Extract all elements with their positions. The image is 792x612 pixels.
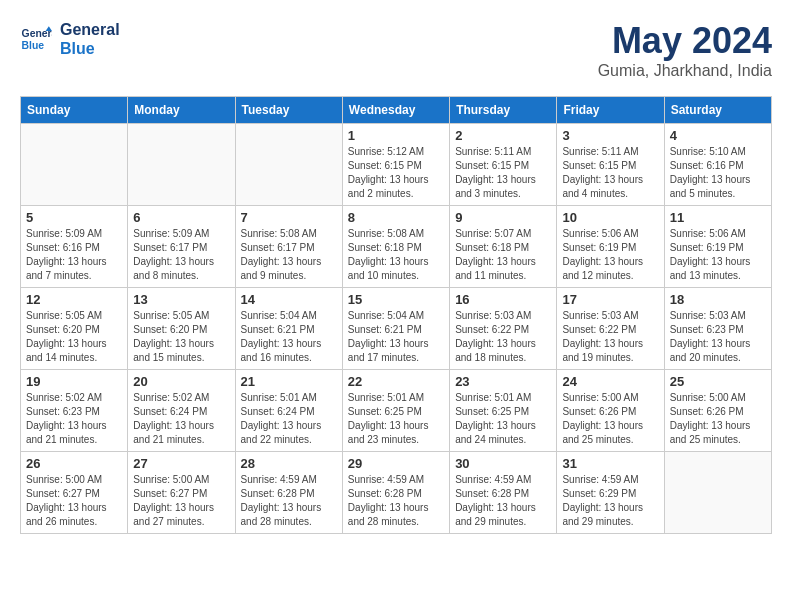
day-info: Sunrise: 4:59 AM Sunset: 6:28 PM Dayligh… [348, 473, 444, 529]
calendar-cell: 1Sunrise: 5:12 AM Sunset: 6:15 PM Daylig… [342, 124, 449, 206]
logo-blue: Blue [60, 39, 120, 58]
day-info: Sunrise: 5:08 AM Sunset: 6:18 PM Dayligh… [348, 227, 444, 283]
day-number: 24 [562, 374, 658, 389]
day-number: 31 [562, 456, 658, 471]
calendar-cell: 16Sunrise: 5:03 AM Sunset: 6:22 PM Dayli… [450, 288, 557, 370]
day-info: Sunrise: 5:00 AM Sunset: 6:27 PM Dayligh… [133, 473, 229, 529]
day-number: 19 [26, 374, 122, 389]
day-info: Sunrise: 5:03 AM Sunset: 6:22 PM Dayligh… [562, 309, 658, 365]
day-number: 16 [455, 292, 551, 307]
day-info: Sunrise: 5:01 AM Sunset: 6:24 PM Dayligh… [241, 391, 337, 447]
day-number: 8 [348, 210, 444, 225]
calendar-cell: 12Sunrise: 5:05 AM Sunset: 6:20 PM Dayli… [21, 288, 128, 370]
day-info: Sunrise: 4:59 AM Sunset: 6:29 PM Dayligh… [562, 473, 658, 529]
calendar-cell: 30Sunrise: 4:59 AM Sunset: 6:28 PM Dayli… [450, 452, 557, 534]
day-number: 9 [455, 210, 551, 225]
title-block: May 2024 Gumia, Jharkhand, India [598, 20, 772, 80]
svg-text:Blue: Blue [22, 40, 45, 51]
month-title: May 2024 [598, 20, 772, 62]
calendar-cell: 5Sunrise: 5:09 AM Sunset: 6:16 PM Daylig… [21, 206, 128, 288]
day-info: Sunrise: 5:01 AM Sunset: 6:25 PM Dayligh… [455, 391, 551, 447]
day-info: Sunrise: 5:01 AM Sunset: 6:25 PM Dayligh… [348, 391, 444, 447]
day-number: 27 [133, 456, 229, 471]
weekday-header-row: SundayMondayTuesdayWednesdayThursdayFrid… [21, 97, 772, 124]
day-info: Sunrise: 5:09 AM Sunset: 6:17 PM Dayligh… [133, 227, 229, 283]
calendar-cell: 18Sunrise: 5:03 AM Sunset: 6:23 PM Dayli… [664, 288, 771, 370]
day-info: Sunrise: 5:11 AM Sunset: 6:15 PM Dayligh… [455, 145, 551, 201]
calendar-cell: 6Sunrise: 5:09 AM Sunset: 6:17 PM Daylig… [128, 206, 235, 288]
day-info: Sunrise: 5:06 AM Sunset: 6:19 PM Dayligh… [562, 227, 658, 283]
day-number: 30 [455, 456, 551, 471]
calendar-cell: 19Sunrise: 5:02 AM Sunset: 6:23 PM Dayli… [21, 370, 128, 452]
day-info: Sunrise: 5:08 AM Sunset: 6:17 PM Dayligh… [241, 227, 337, 283]
week-row-2: 5Sunrise: 5:09 AM Sunset: 6:16 PM Daylig… [21, 206, 772, 288]
day-number: 22 [348, 374, 444, 389]
day-number: 20 [133, 374, 229, 389]
day-number: 17 [562, 292, 658, 307]
day-info: Sunrise: 5:04 AM Sunset: 6:21 PM Dayligh… [241, 309, 337, 365]
day-number: 21 [241, 374, 337, 389]
day-number: 2 [455, 128, 551, 143]
week-row-1: 1Sunrise: 5:12 AM Sunset: 6:15 PM Daylig… [21, 124, 772, 206]
day-number: 14 [241, 292, 337, 307]
day-info: Sunrise: 4:59 AM Sunset: 6:28 PM Dayligh… [455, 473, 551, 529]
calendar-cell: 17Sunrise: 5:03 AM Sunset: 6:22 PM Dayli… [557, 288, 664, 370]
calendar-cell [21, 124, 128, 206]
day-info: Sunrise: 5:02 AM Sunset: 6:24 PM Dayligh… [133, 391, 229, 447]
week-row-5: 26Sunrise: 5:00 AM Sunset: 6:27 PM Dayli… [21, 452, 772, 534]
day-info: Sunrise: 5:07 AM Sunset: 6:18 PM Dayligh… [455, 227, 551, 283]
calendar-cell: 14Sunrise: 5:04 AM Sunset: 6:21 PM Dayli… [235, 288, 342, 370]
day-info: Sunrise: 5:00 AM Sunset: 6:26 PM Dayligh… [670, 391, 766, 447]
day-info: Sunrise: 4:59 AM Sunset: 6:28 PM Dayligh… [241, 473, 337, 529]
calendar-cell: 22Sunrise: 5:01 AM Sunset: 6:25 PM Dayli… [342, 370, 449, 452]
calendar-table: SundayMondayTuesdayWednesdayThursdayFrid… [20, 96, 772, 534]
day-number: 11 [670, 210, 766, 225]
calendar-cell: 25Sunrise: 5:00 AM Sunset: 6:26 PM Dayli… [664, 370, 771, 452]
calendar-cell: 26Sunrise: 5:00 AM Sunset: 6:27 PM Dayli… [21, 452, 128, 534]
day-number: 23 [455, 374, 551, 389]
day-number: 1 [348, 128, 444, 143]
weekday-header-saturday: Saturday [664, 97, 771, 124]
day-info: Sunrise: 5:11 AM Sunset: 6:15 PM Dayligh… [562, 145, 658, 201]
day-info: Sunrise: 5:12 AM Sunset: 6:15 PM Dayligh… [348, 145, 444, 201]
calendar-cell: 24Sunrise: 5:00 AM Sunset: 6:26 PM Dayli… [557, 370, 664, 452]
day-number: 15 [348, 292, 444, 307]
day-info: Sunrise: 5:04 AM Sunset: 6:21 PM Dayligh… [348, 309, 444, 365]
calendar-cell: 2Sunrise: 5:11 AM Sunset: 6:15 PM Daylig… [450, 124, 557, 206]
calendar-cell: 28Sunrise: 4:59 AM Sunset: 6:28 PM Dayli… [235, 452, 342, 534]
weekday-header-wednesday: Wednesday [342, 97, 449, 124]
day-number: 18 [670, 292, 766, 307]
day-number: 10 [562, 210, 658, 225]
day-info: Sunrise: 5:00 AM Sunset: 6:26 PM Dayligh… [562, 391, 658, 447]
day-number: 13 [133, 292, 229, 307]
day-info: Sunrise: 5:10 AM Sunset: 6:16 PM Dayligh… [670, 145, 766, 201]
calendar-cell: 27Sunrise: 5:00 AM Sunset: 6:27 PM Dayli… [128, 452, 235, 534]
calendar-cell: 8Sunrise: 5:08 AM Sunset: 6:18 PM Daylig… [342, 206, 449, 288]
location-title: Gumia, Jharkhand, India [598, 62, 772, 80]
day-number: 6 [133, 210, 229, 225]
logo-general: General [60, 20, 120, 39]
calendar-cell: 29Sunrise: 4:59 AM Sunset: 6:28 PM Dayli… [342, 452, 449, 534]
day-info: Sunrise: 5:00 AM Sunset: 6:27 PM Dayligh… [26, 473, 122, 529]
day-info: Sunrise: 5:09 AM Sunset: 6:16 PM Dayligh… [26, 227, 122, 283]
calendar-cell: 4Sunrise: 5:10 AM Sunset: 6:16 PM Daylig… [664, 124, 771, 206]
day-number: 28 [241, 456, 337, 471]
logo: General Blue General Blue [20, 20, 120, 58]
weekday-header-friday: Friday [557, 97, 664, 124]
calendar-cell: 9Sunrise: 5:07 AM Sunset: 6:18 PM Daylig… [450, 206, 557, 288]
calendar-cell: 15Sunrise: 5:04 AM Sunset: 6:21 PM Dayli… [342, 288, 449, 370]
week-row-4: 19Sunrise: 5:02 AM Sunset: 6:23 PM Dayli… [21, 370, 772, 452]
weekday-header-thursday: Thursday [450, 97, 557, 124]
weekday-header-monday: Monday [128, 97, 235, 124]
day-number: 7 [241, 210, 337, 225]
calendar-cell: 20Sunrise: 5:02 AM Sunset: 6:24 PM Dayli… [128, 370, 235, 452]
weekday-header-tuesday: Tuesday [235, 97, 342, 124]
day-number: 25 [670, 374, 766, 389]
calendar-cell [235, 124, 342, 206]
page-header: General Blue General Blue May 2024 Gumia… [20, 20, 772, 80]
calendar-cell: 31Sunrise: 4:59 AM Sunset: 6:29 PM Dayli… [557, 452, 664, 534]
day-info: Sunrise: 5:03 AM Sunset: 6:22 PM Dayligh… [455, 309, 551, 365]
calendar-cell: 11Sunrise: 5:06 AM Sunset: 6:19 PM Dayli… [664, 206, 771, 288]
day-info: Sunrise: 5:06 AM Sunset: 6:19 PM Dayligh… [670, 227, 766, 283]
day-number: 3 [562, 128, 658, 143]
